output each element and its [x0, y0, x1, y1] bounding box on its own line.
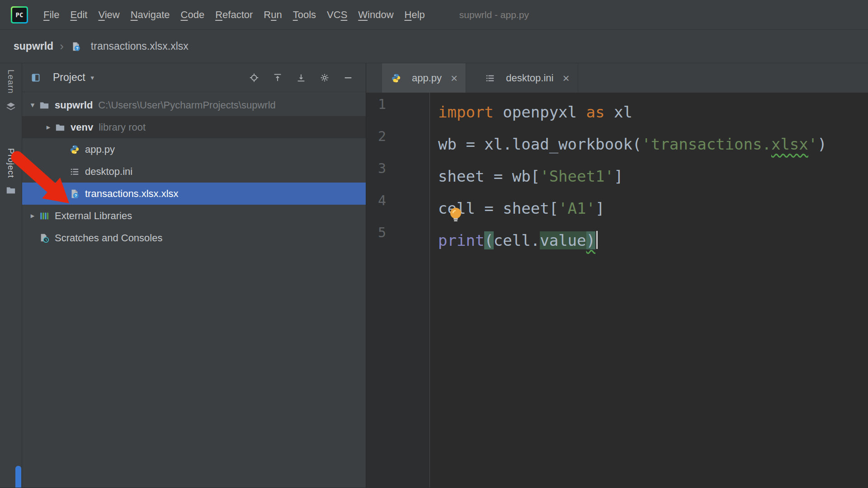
code-line-4[interactable]: cell = sheet['A1']	[438, 192, 868, 225]
stripe-learn-button[interactable]: Learn	[6, 70, 16, 94]
project-panel-header: Project ▾	[22, 63, 366, 92]
menu-vcs[interactable]: VCS	[321, 9, 353, 21]
code-token: '	[808, 135, 817, 153]
tree-item-label: Scratches and Consoles	[55, 232, 162, 244]
folder-icon	[39, 100, 51, 110]
gutter[interactable]: 12345	[366, 93, 430, 488]
tree-item-detail: C:\Users\User\PycharmProjects\supwrld	[98, 99, 275, 111]
line-number: 4	[366, 192, 429, 225]
tree-item-label: app.py	[85, 144, 115, 155]
breadcrumb: supwrld › ? transactions.xlsx.xlsx	[0, 30, 868, 63]
editor-tabs: app.py×desktop.ini×	[366, 63, 868, 93]
chevron-down-icon[interactable]: ▾	[91, 74, 94, 82]
tree-item-detail: library root	[99, 122, 146, 133]
code-area[interactable]: import openpyxl as xlwb = xl.load_workbo…	[430, 93, 868, 488]
tree-item-label: External Libraries	[55, 210, 132, 222]
unknown-file-icon: ?	[70, 189, 81, 199]
menu-navigate[interactable]: Navigate	[125, 9, 175, 21]
code-token: ]	[614, 167, 623, 185]
tab-desktop-ini[interactable]: desktop.ini×	[476, 63, 578, 93]
menu-refactor[interactable]: Refactor	[210, 9, 258, 21]
code-token: cell.	[494, 231, 540, 249]
stripe-project-button[interactable]: Project	[6, 148, 16, 178]
pycharm-logo-text: PC	[12, 8, 27, 22]
left-tool-stripe: Learn Project	[0, 63, 22, 488]
intention-bulb-icon[interactable]	[447, 206, 465, 224]
folder-icon[interactable]	[6, 185, 16, 197]
code-token: as	[586, 103, 614, 121]
menu-file[interactable]: File	[38, 9, 65, 21]
pycharm-logo-icon: PC	[11, 6, 28, 23]
code-token: print	[438, 231, 484, 249]
tree-item-supwrld[interactable]: ▾supwrldC:\Users\User\PycharmProjects\su…	[22, 94, 366, 116]
tree-item-label: supwrld	[55, 99, 93, 111]
tab-app-py[interactable]: app.py×	[382, 63, 466, 93]
libraries-icon	[39, 211, 51, 221]
chevron-right-icon[interactable]: ▸	[27, 211, 38, 221]
tab-label: app.py	[412, 72, 442, 84]
menu-window[interactable]: Window	[353, 9, 399, 21]
code-token: )	[817, 135, 826, 153]
code-token: ]	[595, 199, 604, 217]
breadcrumb-separator: ›	[60, 39, 64, 53]
learn-icon[interactable]	[5, 101, 16, 114]
stripe-blue-indicator	[15, 466, 21, 488]
code-token: sheet = wb[	[438, 167, 540, 185]
code-line-2[interactable]: wb = xl.load_workbook('transactions.xlsx…	[438, 128, 868, 160]
line-number: 2	[366, 128, 429, 160]
unknown-file-icon: ?	[71, 42, 83, 52]
code-token: xlsx	[771, 135, 808, 153]
minus-icon[interactable]	[343, 73, 353, 83]
tree-item-desktop-ini[interactable]: desktop.ini	[22, 160, 366, 183]
code-line-1[interactable]: import openpyxl as xl	[438, 96, 868, 128]
close-icon[interactable]: ×	[451, 72, 458, 84]
tree-item-venv[interactable]: ▸venvlibrary root	[22, 116, 366, 138]
menu-bar: PC FileEditViewNavigateCodeRefactorRunTo…	[0, 0, 868, 30]
text-caret	[596, 231, 598, 249]
tree-item-app-py[interactable]: app.py	[22, 138, 366, 160]
menu-help[interactable]: Help	[399, 9, 430, 21]
editor-area: app.py×desktop.ini× 12345 import openpyx…	[366, 63, 868, 488]
menu-code[interactable]: Code	[175, 9, 210, 21]
tree-item-label: desktop.ini	[85, 166, 132, 178]
tree-item-scratches-and-consoles[interactable]: Scratches and Consoles	[22, 227, 366, 249]
chevron-right-icon[interactable]: ▸	[42, 122, 54, 132]
project-tree: ▾supwrldC:\Users\User\PycharmProjects\su…	[22, 92, 366, 249]
project-tool-window: Project ▾ ▾supwrldC:\Users\User\PycharmP…	[22, 63, 366, 488]
panel-header-icons	[236, 73, 353, 83]
menu-run[interactable]: Run	[258, 9, 287, 21]
tree-item-external-libraries[interactable]: ▸External Libraries	[22, 205, 366, 227]
tree-item-transactions-xlsx-xlsx[interactable]: ?transactions.xlsx.xlsx	[22, 183, 366, 205]
line-number: 5	[366, 225, 429, 257]
tab-label: desktop.ini	[506, 72, 553, 84]
menu-tools[interactable]: Tools	[288, 9, 321, 21]
code-token: wb = xl.load_workbook(	[438, 135, 642, 153]
code-token: import	[438, 103, 503, 121]
locate-icon[interactable]	[249, 73, 259, 83]
python-icon	[70, 145, 81, 155]
svg-text:?: ?	[75, 193, 77, 198]
project-panel-title[interactable]: Project	[53, 71, 85, 84]
code-token: value	[540, 231, 586, 249]
code-line-5[interactable]: print(cell.value)	[438, 225, 868, 257]
chevron-down-icon[interactable]: ▾	[27, 100, 38, 110]
code-token: 'Sheet1'	[540, 167, 614, 185]
menu-bar-items: FileEditViewNavigateCodeRefactorRunTools…	[38, 9, 430, 21]
window-title: supwrld - app.py	[459, 9, 529, 20]
code-token: (	[484, 231, 493, 249]
close-icon[interactable]: ×	[562, 72, 569, 84]
menu-edit[interactable]: Edit	[65, 9, 93, 21]
code-line-3[interactable]: sheet = wb['Sheet1']	[438, 160, 868, 192]
breadcrumb-file[interactable]: ? transactions.xlsx.xlsx	[70, 40, 189, 52]
svg-text:?: ?	[76, 46, 79, 51]
code-token: )	[586, 231, 595, 249]
python-icon	[391, 73, 403, 83]
tool-window-icon	[31, 73, 43, 82]
tree-item-label: transactions.xlsx.xlsx	[85, 188, 179, 200]
gear-icon[interactable]	[320, 73, 330, 83]
expand-all-icon[interactable]	[273, 73, 283, 83]
collapse-all-icon[interactable]	[296, 73, 306, 83]
scratches-icon	[39, 233, 51, 243]
breadcrumb-project[interactable]: supwrld	[14, 40, 53, 52]
menu-view[interactable]: View	[93, 9, 125, 21]
